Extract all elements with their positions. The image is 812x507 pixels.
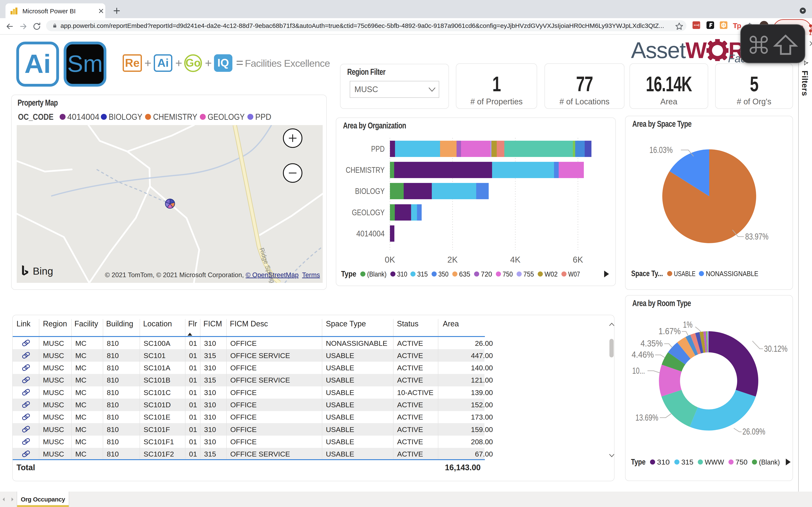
svg-text:13.69%: 13.69% bbox=[636, 412, 658, 422]
svg-text:GEOLOGY: GEOLOGY bbox=[208, 112, 245, 121]
svg-text:315: 315 bbox=[681, 458, 693, 466]
svg-text:WWW: WWW bbox=[705, 458, 724, 466]
svg-text:PPD: PPD bbox=[255, 112, 271, 121]
svg-text:83.97%: 83.97% bbox=[745, 231, 768, 241]
svg-text:30.12%: 30.12% bbox=[764, 344, 788, 354]
svg-text:4014004: 4014004 bbox=[67, 112, 99, 121]
svg-text:W07: W07 bbox=[568, 270, 580, 278]
svg-text:310: 310 bbox=[397, 270, 407, 278]
svg-text:1.67%: 1.67% bbox=[658, 326, 681, 336]
svg-text:6K: 6K bbox=[573, 255, 583, 264]
svg-text:CHEMISTRY: CHEMISTRY bbox=[346, 166, 385, 174]
svg-text:26.09%: 26.09% bbox=[743, 427, 765, 437]
svg-text:NONASSIGNABLE: NONASSIGNABLE bbox=[706, 270, 758, 278]
svg-text:W02: W02 bbox=[545, 270, 558, 278]
svg-text:PPD: PPD bbox=[371, 145, 385, 153]
svg-text:USABLE: USABLE bbox=[674, 270, 696, 278]
svg-text:635: 635 bbox=[459, 270, 470, 278]
svg-text:10...: 10... bbox=[632, 366, 645, 376]
svg-text:2K: 2K bbox=[448, 255, 458, 264]
svg-text:720: 720 bbox=[481, 270, 492, 278]
svg-text:0K: 0K bbox=[385, 255, 395, 264]
svg-text:350: 350 bbox=[438, 270, 449, 278]
svg-text:4K: 4K bbox=[510, 255, 521, 264]
svg-text:1%: 1% bbox=[683, 320, 693, 330]
svg-text:GEOLOGY: GEOLOGY bbox=[352, 208, 385, 217]
svg-text:750: 750 bbox=[735, 458, 748, 466]
svg-text:BIOLOGY: BIOLOGY bbox=[355, 187, 385, 195]
svg-text:(Blank): (Blank) bbox=[759, 458, 780, 466]
svg-text:4.46%: 4.46% bbox=[631, 350, 654, 359]
svg-text:Space Ty...: Space Ty... bbox=[631, 269, 663, 278]
svg-text:Type: Type bbox=[341, 270, 356, 278]
svg-text:4.35%: 4.35% bbox=[641, 338, 663, 348]
svg-text:310: 310 bbox=[657, 458, 670, 466]
svg-text:755: 755 bbox=[523, 270, 534, 278]
svg-text:BIOLOGY: BIOLOGY bbox=[109, 112, 142, 121]
svg-text:315: 315 bbox=[417, 270, 428, 278]
svg-text:4014004: 4014004 bbox=[356, 229, 385, 238]
svg-text:(Blank): (Blank) bbox=[367, 270, 387, 278]
svg-text:CHEMISTRY: CHEMISTRY bbox=[153, 112, 197, 121]
svg-text:Type: Type bbox=[631, 458, 646, 466]
svg-text:750: 750 bbox=[503, 270, 513, 278]
svg-text:16.03%: 16.03% bbox=[649, 145, 673, 155]
